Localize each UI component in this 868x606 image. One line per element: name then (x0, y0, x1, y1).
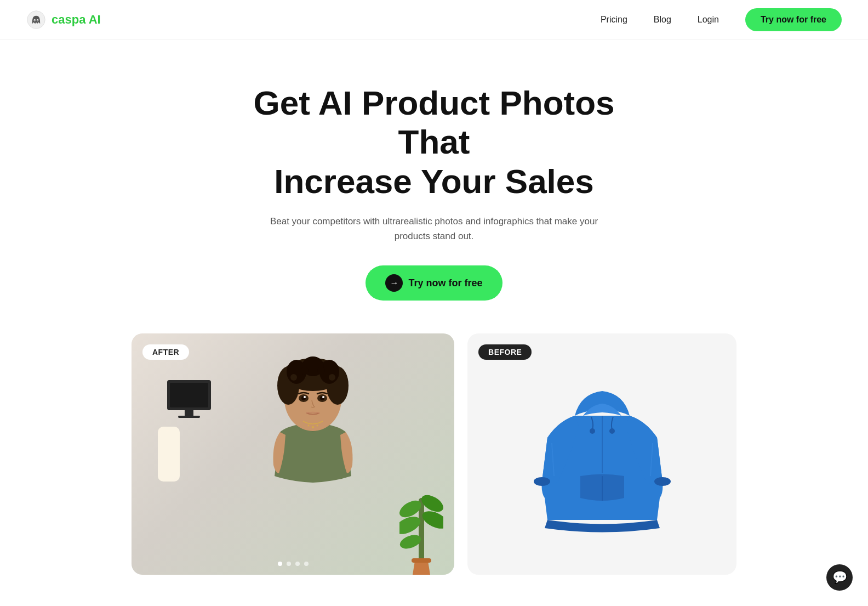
svg-point-3 (35, 20, 36, 21)
nav-cta-button[interactable]: Try now for free (745, 8, 842, 31)
dot-3[interactable] (295, 562, 300, 566)
svg-point-26 (317, 367, 325, 375)
navbar: caspa AI Pricing Blog Login Try now for … (0, 0, 868, 39)
svg-point-39 (534, 477, 550, 486)
model-figure (214, 333, 412, 575)
ghost-icon (26, 10, 46, 30)
model-image (132, 333, 454, 575)
hoodie-container (467, 333, 736, 575)
logo-text: caspa AI (52, 13, 101, 27)
svg-rect-15 (412, 558, 431, 563)
before-card: BEFORE (467, 333, 736, 575)
hero-cta-label: Try now for free (408, 277, 482, 289)
background-room (164, 377, 214, 427)
hoodie-image (531, 372, 673, 536)
svg-point-42 (609, 428, 615, 434)
carousel-dots (278, 562, 309, 566)
hero-subtitle: Beat your competitors with ultrarealisti… (270, 214, 598, 243)
before-label: BEFORE (478, 344, 532, 360)
hero-section: Get AI Product Photos That Increase Your… (0, 39, 868, 333)
svg-point-25 (301, 367, 309, 375)
nav-links: Pricing Blog Login Try now for free (601, 8, 842, 31)
svg-point-4 (37, 20, 38, 21)
hero-cta-button[interactable]: → Try now for free (366, 265, 502, 301)
svg-point-32 (304, 396, 306, 398)
svg-point-36 (316, 425, 318, 427)
dot-2[interactable] (287, 562, 291, 566)
after-card: AFTER (132, 333, 454, 575)
dot-1[interactable] (278, 562, 282, 566)
arrow-icon: → (385, 274, 403, 292)
after-label: AFTER (142, 344, 189, 360)
dot-4[interactable] (304, 562, 309, 566)
svg-rect-6 (170, 383, 208, 407)
svg-point-35 (307, 425, 309, 427)
nav-login[interactable]: Login (698, 15, 719, 25)
svg-rect-8 (178, 416, 200, 418)
svg-point-24 (290, 374, 297, 381)
nav-pricing[interactable]: Pricing (601, 15, 627, 25)
svg-point-40 (654, 477, 671, 486)
svg-point-34 (312, 426, 314, 428)
left-peek-card (158, 427, 180, 482)
chat-button[interactable]: 💬 (826, 564, 853, 591)
demo-section: AFTER (105, 333, 763, 606)
svg-point-27 (329, 374, 335, 381)
svg-point-41 (590, 428, 595, 434)
hero-title: Get AI Product Photos That Increase Your… (220, 83, 648, 201)
nav-blog[interactable]: Blog (654, 15, 671, 25)
svg-rect-7 (185, 410, 193, 416)
chat-icon: 💬 (832, 570, 847, 585)
logo[interactable]: caspa AI (26, 10, 101, 30)
svg-point-33 (322, 396, 324, 398)
